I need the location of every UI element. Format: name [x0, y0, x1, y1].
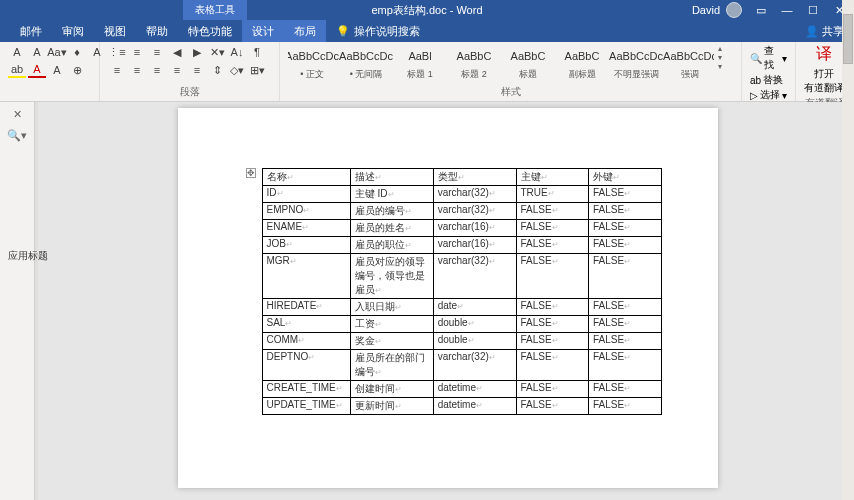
table-row[interactable]: DEPTNO↵雇员所在的部门编号↵varchar(32)↵FALSE↵FALSE… — [262, 350, 661, 381]
align-right-icon[interactable]: ≡ — [148, 62, 166, 78]
table-cell[interactable]: JOB↵ — [262, 237, 350, 254]
table-cell[interactable]: double↵ — [433, 333, 516, 350]
char-shading-icon[interactable]: A — [48, 62, 66, 78]
table-cell[interactable]: 主键 ID↵ — [350, 186, 433, 203]
document-area[interactable]: ✥ 名称↵描述↵类型↵主键↵外键↵ID↵主键 ID↵varchar(32)↵TR… — [41, 102, 854, 500]
table-cell[interactable]: varchar(16)↵ — [433, 220, 516, 237]
table-cell[interactable]: varchar(32)↵ — [433, 350, 516, 381]
table-cell[interactable]: double↵ — [433, 316, 516, 333]
table-cell[interactable]: UPDATE_TIME↵ — [262, 398, 350, 415]
table-cell[interactable]: TRUE↵ — [516, 186, 588, 203]
replace-button[interactable]: ab 替换 — [750, 73, 787, 87]
minimize-button[interactable]: ― — [780, 3, 794, 17]
table-cell[interactable]: FALSE↵ — [516, 316, 588, 333]
table-cell[interactable]: ENAME↵ — [262, 220, 350, 237]
tab-review[interactable]: 审阅 — [52, 20, 94, 42]
table-header-cell[interactable]: 外键↵ — [588, 169, 661, 186]
font-color-icon[interactable]: A — [28, 62, 46, 78]
tell-me-search[interactable]: 💡 操作说明搜索 — [326, 24, 430, 39]
table-cell[interactable]: 雇员的编号↵ — [350, 203, 433, 220]
table-cell[interactable]: FALSE↵ — [588, 299, 661, 316]
table-cell[interactable]: FALSE↵ — [516, 254, 588, 299]
table-cell[interactable]: FALSE↵ — [516, 237, 588, 254]
table-cell[interactable]: datetime↵ — [433, 398, 516, 415]
vertical-scrollbar[interactable] — [842, 102, 854, 500]
tab-mail[interactable]: 邮件 — [10, 20, 52, 42]
style-item[interactable]: AaBbCcDc强调 — [666, 44, 714, 81]
table-cell[interactable]: 更新时间↵ — [350, 398, 433, 415]
table-header-cell[interactable]: 名称↵ — [262, 169, 350, 186]
change-case-icon[interactable]: Aa▾ — [48, 44, 66, 60]
table-cell[interactable]: FALSE↵ — [588, 237, 661, 254]
table-cell[interactable]: varchar(16)↵ — [433, 237, 516, 254]
table-cell[interactable]: DEPTNO↵ — [262, 350, 350, 381]
table-cell[interactable]: FALSE↵ — [516, 398, 588, 415]
enclose-icon[interactable]: ⊕ — [68, 62, 86, 78]
table-cell[interactable]: 雇员的职位↵ — [350, 237, 433, 254]
table-cell[interactable]: FALSE↵ — [516, 381, 588, 398]
table-cell[interactable]: COMM↵ — [262, 333, 350, 350]
highlight-icon[interactable]: ab — [8, 62, 26, 78]
tab-view[interactable]: 视图 — [94, 20, 136, 42]
show-marks-icon[interactable]: ¶ — [248, 44, 266, 60]
table-row[interactable]: UPDATE_TIME↵更新时间↵datetime↵FALSE↵FALSE↵ — [262, 398, 661, 415]
table-cell[interactable]: datetime↵ — [433, 381, 516, 398]
table-row[interactable]: EMPNO↵雇员的编号↵varchar(32)↵FALSE↵FALSE↵ — [262, 203, 661, 220]
nav-close-icon[interactable]: ✕ — [13, 108, 22, 121]
table-row[interactable]: MGR↵雇员对应的领导编号，领导也是雇员↵varchar(32)↵FALSE↵F… — [262, 254, 661, 299]
table-cell[interactable]: CREATE_TIME↵ — [262, 381, 350, 398]
table-cell[interactable]: FALSE↵ — [588, 350, 661, 381]
table-cell[interactable]: 入职日期↵ — [350, 299, 433, 316]
style-item[interactable]: AaBbC标题 2 — [450, 44, 498, 81]
find-button[interactable]: 🔍 查找▾ — [750, 44, 787, 72]
table-cell[interactable]: FALSE↵ — [588, 381, 661, 398]
table-row[interactable]: COMM↵奖金↵double↵FALSE↵FALSE↵ — [262, 333, 661, 350]
table-row[interactable]: ID↵主键 ID↵varchar(32)↵TRUE↵FALSE↵ — [262, 186, 661, 203]
borders-icon[interactable]: ⊞▾ — [248, 62, 266, 78]
indent-inc-icon[interactable]: ▶ — [188, 44, 206, 60]
table-move-handle[interactable]: ✥ — [246, 168, 256, 178]
style-item[interactable]: AaBbC标题 — [504, 44, 552, 81]
align-left-icon[interactable]: ≡ — [108, 62, 126, 78]
align-center-icon[interactable]: ≡ — [128, 62, 146, 78]
table-row[interactable]: CREATE_TIME↵创建时间↵datetime↵FALSE↵FALSE↵ — [262, 381, 661, 398]
font-grow-icon[interactable]: A — [8, 44, 26, 60]
shading-icon[interactable]: ◇▾ — [228, 62, 246, 78]
table-cell[interactable]: varchar(32)↵ — [433, 203, 516, 220]
share-button[interactable]: 👤 共享 — [805, 24, 844, 39]
table-cell[interactable]: FALSE↵ — [516, 220, 588, 237]
table-header-cell[interactable]: 类型↵ — [433, 169, 516, 186]
table-cell[interactable]: 雇员的姓名↵ — [350, 220, 433, 237]
table-cell[interactable]: 雇员对应的领导编号，领导也是雇员↵ — [350, 254, 433, 299]
style-item[interactable]: AaBbCcDc• 正文 — [288, 44, 336, 81]
bullets-icon[interactable]: ⋮≡ — [108, 44, 126, 60]
table-cell[interactable]: varchar(32)↵ — [433, 186, 516, 203]
table-cell[interactable]: 创建时间↵ — [350, 381, 433, 398]
table-cell[interactable]: FALSE↵ — [516, 333, 588, 350]
maximize-button[interactable]: ☐ — [806, 3, 820, 17]
table-cell[interactable]: FALSE↵ — [588, 316, 661, 333]
table-cell[interactable]: FALSE↵ — [588, 254, 661, 299]
table-row[interactable]: SAL↵工资↵double↵FALSE↵FALSE↵ — [262, 316, 661, 333]
table-cell[interactable]: 雇员所在的部门编号↵ — [350, 350, 433, 381]
select-button[interactable]: ▷ 选择▾ — [750, 88, 787, 102]
tab-features[interactable]: 特色功能 — [178, 20, 242, 42]
table-cell[interactable]: FALSE↵ — [588, 203, 661, 220]
nav-search-icon[interactable]: 🔍▾ — [7, 129, 27, 142]
data-table[interactable]: 名称↵描述↵类型↵主键↵外键↵ID↵主键 ID↵varchar(32)↵TRUE… — [262, 168, 662, 415]
youdao-translate-button[interactable]: 译 打开 有道翻译 — [804, 44, 844, 95]
asian-layout-icon[interactable]: ✕▾ — [208, 44, 226, 60]
style-item[interactable]: AaBbCcDc• 无间隔 — [342, 44, 390, 81]
style-item[interactable]: AaBbC副标题 — [558, 44, 606, 81]
user-account[interactable]: David — [692, 2, 742, 18]
tab-layout[interactable]: 布局 — [284, 20, 326, 42]
sort-icon[interactable]: A↓ — [228, 44, 246, 60]
table-cell[interactable]: SAL↵ — [262, 316, 350, 333]
align-justify-icon[interactable]: ≡ — [168, 62, 186, 78]
styles-gallery[interactable]: AaBbCcDc• 正文AaBbCcDc• 无间隔AaBl标题 1AaBbC标题… — [288, 44, 714, 81]
styles-scroll[interactable]: ▴▾▾ — [718, 44, 732, 71]
table-cell[interactable]: FALSE↵ — [588, 220, 661, 237]
table-cell[interactable]: FALSE↵ — [588, 186, 661, 203]
table-cell[interactable]: date↵ — [433, 299, 516, 316]
numbering-icon[interactable]: ≡ — [128, 44, 146, 60]
